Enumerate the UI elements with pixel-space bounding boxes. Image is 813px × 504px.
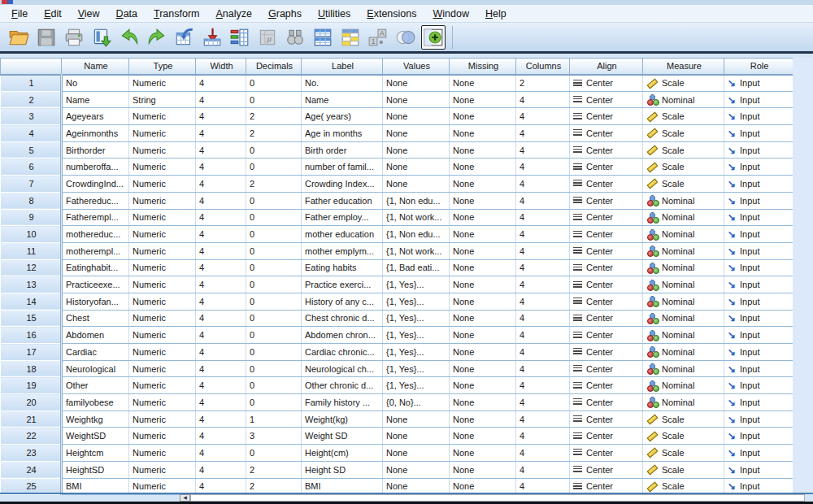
cell-type[interactable]: Numeric <box>129 428 196 445</box>
cell-values[interactable]: {1, Yes}... <box>383 276 450 293</box>
cell-name[interactable]: Ageyears <box>62 108 129 125</box>
cell-label[interactable]: Birth order <box>302 141 383 159</box>
cell-values[interactable]: None <box>383 176 450 193</box>
cell-align[interactable]: Center <box>570 360 643 377</box>
cell-align[interactable]: Center <box>570 159 643 176</box>
cell-values[interactable]: {1, Yes}... <box>383 360 450 377</box>
column-header[interactable]: Measure <box>643 59 724 75</box>
cell-columns[interactable]: 4 <box>516 428 570 445</box>
column-header[interactable]: Name <box>62 59 129 75</box>
cell-missing[interactable]: None <box>450 360 516 377</box>
cell-align[interactable]: Center <box>570 192 643 209</box>
cell-values[interactable]: None <box>383 461 450 478</box>
cell-width[interactable]: 4 <box>196 226 246 243</box>
cell-align[interactable]: Center <box>570 293 643 310</box>
cell-label[interactable]: Chest chronic d... <box>302 310 383 327</box>
cell-type[interactable]: Numeric <box>129 259 196 276</box>
cell-role[interactable]: Input <box>724 327 793 344</box>
cell-type[interactable]: Numeric <box>129 360 196 377</box>
cell-type[interactable]: Numeric <box>129 242 196 259</box>
cell-name[interactable]: Cardiac <box>62 344 129 361</box>
cell-role[interactable]: Input <box>724 377 793 394</box>
cell-measure[interactable]: Nominal <box>643 360 724 377</box>
cell-missing[interactable]: None <box>450 445 516 462</box>
cell-type[interactable]: Numeric <box>129 125 196 142</box>
cell-type[interactable]: Numeric <box>129 75 196 92</box>
menu-item[interactable]: Graphs <box>260 6 310 22</box>
cell-missing[interactable]: None <box>450 276 516 293</box>
cell-align[interactable]: Center <box>570 141 643 159</box>
cell-measure[interactable]: Nominal <box>643 344 724 361</box>
cell-values[interactable]: None <box>383 125 450 142</box>
row-number[interactable]: 1 <box>1 75 62 92</box>
row-number[interactable]: 21 <box>1 411 62 428</box>
cell-label[interactable]: Other chronic d... <box>302 377 383 394</box>
scroll-left-button[interactable]: ◀ <box>180 494 190 502</box>
cell-role[interactable]: Input <box>724 159 793 176</box>
cell-columns[interactable]: 4 <box>516 411 570 428</box>
cell-columns[interactable]: 4 <box>516 461 570 478</box>
cell-name[interactable]: Name <box>62 91 129 108</box>
cell-align[interactable]: Center <box>570 242 643 259</box>
cell-align[interactable]: Center <box>570 259 643 276</box>
cell-values[interactable]: None <box>383 141 450 159</box>
cell-decimals[interactable]: 0 <box>246 209 302 226</box>
cell-label[interactable]: Age in months <box>302 125 383 142</box>
cell-values[interactable]: None <box>383 91 450 108</box>
cell-align[interactable]: Center <box>570 445 643 462</box>
cell-decimals[interactable]: 2 <box>246 176 302 193</box>
cell-decimals[interactable]: 2 <box>246 125 302 142</box>
row-number[interactable]: 5 <box>1 141 62 159</box>
cell-name[interactable]: Neurological <box>62 360 129 377</box>
cell-measure[interactable]: Nominal <box>643 259 724 276</box>
column-header[interactable]: Type <box>129 59 196 75</box>
redo-icon[interactable] <box>145 25 169 50</box>
cell-values[interactable]: {1, Yes}... <box>383 377 450 394</box>
cell-measure[interactable]: Scale <box>643 461 724 478</box>
cell-width[interactable]: 4 <box>196 176 246 193</box>
cell-columns[interactable]: 4 <box>516 344 570 361</box>
cell-width[interactable]: 4 <box>196 377 246 394</box>
cell-missing[interactable]: None <box>450 159 516 176</box>
cell-align[interactable]: Center <box>570 108 643 125</box>
cell-columns[interactable]: 4 <box>516 141 570 159</box>
split-file-icon[interactable] <box>311 25 335 50</box>
undo-icon[interactable] <box>117 25 141 50</box>
cell-type[interactable]: Numeric <box>129 394 196 411</box>
cell-decimals[interactable]: 0 <box>246 276 302 293</box>
cell-role[interactable]: Input <box>724 192 793 209</box>
cell-measure[interactable]: Scale <box>643 125 724 142</box>
cell-decimals[interactable]: 0 <box>246 344 302 361</box>
cell-width[interactable]: 4 <box>196 327 246 344</box>
cell-decimals[interactable]: 0 <box>246 159 302 176</box>
cell-missing[interactable]: None <box>450 192 516 209</box>
cell-decimals[interactable]: 2 <box>246 108 302 125</box>
row-number[interactable]: 12 <box>1 259 62 276</box>
cell-align[interactable]: Center <box>570 91 643 108</box>
cell-missing[interactable]: None <box>450 209 516 226</box>
cell-name[interactable]: Historyofan... <box>62 293 129 310</box>
goto-variable-icon[interactable] <box>200 25 224 50</box>
cell-align[interactable]: Center <box>570 310 643 327</box>
row-number[interactable]: 15 <box>1 310 62 327</box>
corner-header[interactable] <box>1 59 62 75</box>
cell-decimals[interactable]: 0 <box>246 75 302 92</box>
cell-type[interactable]: Numeric <box>129 159 196 176</box>
variables-icon[interactable] <box>228 25 252 50</box>
cell-type[interactable]: Numeric <box>129 209 196 226</box>
cell-align[interactable]: Center <box>570 377 643 394</box>
cell-name[interactable]: numberoffa... <box>62 159 129 176</box>
cell-width[interactable]: 4 <box>196 461 246 478</box>
cell-role[interactable]: Input <box>724 259 793 276</box>
cell-name[interactable]: CrowdingInd... <box>62 176 129 193</box>
cell-label[interactable]: mother emplym... <box>302 242 383 259</box>
cell-name[interactable]: motherempl... <box>62 242 129 259</box>
cell-label[interactable]: Eating habits <box>302 259 383 276</box>
cell-width[interactable]: 4 <box>196 108 246 125</box>
cell-label[interactable]: Crowding Index... <box>302 176 383 193</box>
cell-label[interactable]: Abdomen chron... <box>302 327 383 344</box>
save-icon[interactable] <box>34 25 59 50</box>
cell-role[interactable]: Input <box>724 276 793 293</box>
cell-values[interactable]: {0, No}... <box>383 394 450 411</box>
scrollbar-track[interactable] <box>190 494 805 502</box>
